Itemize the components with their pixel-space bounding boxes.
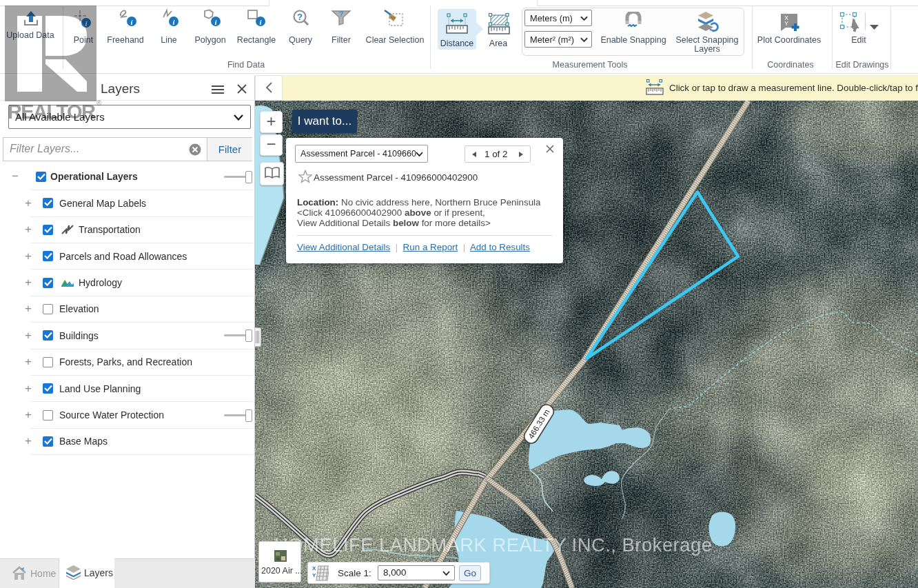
svg-text:Y: Y xyxy=(312,572,316,578)
svg-text:X: X xyxy=(312,565,316,571)
svg-text:Y: Y xyxy=(784,20,788,27)
svg-text:?: ? xyxy=(339,10,344,18)
svg-text:?: ? xyxy=(297,12,303,22)
